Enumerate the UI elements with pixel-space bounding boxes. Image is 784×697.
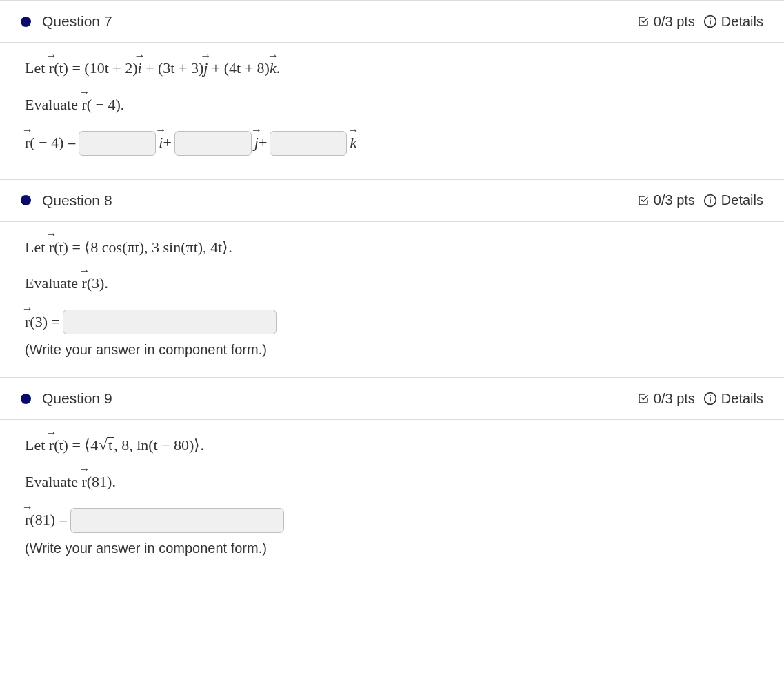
answer-row: r(81) =: [25, 508, 759, 533]
svg-point-2: [710, 18, 711, 19]
question-7: Question 7 0/3 pts Details Let r(t) = (1…: [0, 0, 784, 179]
answer-input[interactable]: [70, 508, 284, 533]
answer-lhs: r(81) =: [25, 509, 68, 531]
status-dot-icon: [21, 195, 31, 205]
score-text: 0/3 pts: [654, 391, 695, 407]
answer-input-i[interactable]: [79, 131, 156, 156]
evaluate-prompt: Evaluate r(3).: [25, 273, 759, 294]
details-label: Details: [721, 192, 763, 208]
checkbox-edit-icon: [637, 392, 650, 405]
details-label: Details: [721, 391, 763, 407]
score-text: 0/3 pts: [654, 14, 695, 30]
question-body: Let r(t) = ⟨4t, 8, ln(t − 80)⟩. Evaluate…: [0, 420, 784, 576]
status-dot-icon: [21, 394, 31, 404]
answer-lhs: r(3) =: [25, 312, 60, 333]
answer-note: (Write your answer in component form.): [25, 538, 759, 558]
evaluate-prompt: Evaluate r( − 4).: [25, 94, 759, 116]
evaluate-prompt: Evaluate r(81).: [25, 472, 759, 493]
details-button[interactable]: Details: [703, 14, 763, 30]
svg-point-5: [710, 197, 711, 199]
answer-note: (Write your answer in component form.): [25, 340, 759, 359]
answer-input[interactable]: [63, 310, 277, 334]
question-header: Question 9 0/3 pts Details: [0, 378, 784, 420]
question-title: Question 8: [42, 192, 112, 209]
info-icon: [703, 194, 717, 208]
problem-statement: Let r(t) = (10t + 2)i + (3t + 3)j + (4t …: [25, 58, 759, 79]
problem-statement: Let r(t) = ⟨4t, 8, ln(t − 80)⟩.: [25, 435, 759, 456]
question-8: Question 8 0/3 pts Details Let r(t) = ⟨8…: [0, 179, 784, 378]
svg-point-8: [710, 395, 711, 396]
checkbox-edit-icon: [637, 15, 650, 28]
question-body: Let r(t) = (10t + 2)i + (3t + 3)j + (4t …: [0, 43, 784, 179]
score-group[interactable]: 0/3 pts: [637, 14, 695, 30]
question-body: Let r(t) = ⟨8 cos(πt), 3 sin(πt), 4t⟩. E…: [0, 222, 784, 378]
details-button[interactable]: Details: [703, 391, 763, 407]
score-group[interactable]: 0/3 pts: [637, 192, 695, 208]
answer-lhs: r( − 4) =: [25, 132, 76, 154]
score-group[interactable]: 0/3 pts: [637, 391, 695, 407]
question-header: Question 8 0/3 pts Details: [0, 180, 784, 222]
question-title: Question 9: [42, 390, 112, 407]
info-icon: [703, 14, 717, 28]
answer-row: r(3) =: [25, 310, 759, 334]
info-icon: [703, 392, 717, 405]
answer-row: r( − 4) = i + j + k: [25, 131, 759, 156]
score-text: 0/3 pts: [654, 192, 695, 208]
question-9: Question 9 0/3 pts Details Let r(t) = ⟨4…: [0, 377, 784, 576]
question-header: Question 7 0/3 pts Details: [0, 1, 784, 43]
status-dot-icon: [21, 17, 31, 27]
problem-statement: Let r(t) = ⟨8 cos(πt), 3 sin(πt), 4t⟩.: [25, 237, 759, 259]
checkbox-edit-icon: [637, 194, 650, 207]
answer-input-j[interactable]: [174, 131, 252, 156]
details-button[interactable]: Details: [703, 192, 763, 208]
question-title: Question 7: [42, 13, 112, 30]
details-label: Details: [721, 14, 763, 30]
answer-input-k[interactable]: [270, 131, 347, 156]
